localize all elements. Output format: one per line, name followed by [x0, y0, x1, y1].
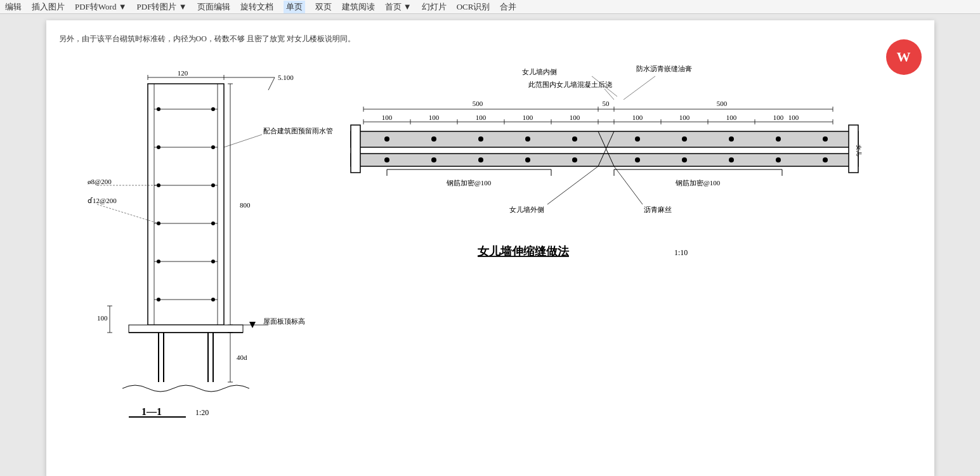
label-waterproof: 防水沥青嵌缝油膏 — [636, 65, 692, 72]
rebar-dot-top — [431, 136, 436, 142]
dim-100-7: 100 — [679, 114, 689, 121]
toolbar-pdf-image[interactable]: PDF转图片 ▼ — [137, 1, 187, 13]
top-text: 另外，由于该平台砌筑时标准砖，内径为OO，砖数不够 且密了放宽 对女儿楼板说明同… — [59, 33, 922, 45]
toolbar-reading-mode[interactable]: 建筑阅读 — [342, 1, 375, 13]
rebar-dot-top — [525, 136, 530, 142]
svg-line-4 — [268, 77, 275, 90]
svg-rect-21 — [129, 325, 243, 333]
rebar-dot-bot — [384, 157, 389, 162]
rebar-dot-top — [776, 136, 781, 142]
toolbar-slideshow[interactable]: 幻灯片 — [422, 1, 447, 13]
dim-100-9: 100 — [773, 114, 783, 121]
rebar-dot-bot — [823, 157, 828, 162]
label-rebar-left: 钢筋加密@100 — [445, 179, 491, 187]
rebar-dot-bot — [525, 157, 530, 162]
scale-right: 1:10 — [674, 248, 688, 257]
dim-500-left: 500 — [472, 100, 483, 107]
drawing-title-right: 女儿墙伸缩缝做法 — [477, 245, 570, 258]
label-rebar-right: 钢筋加密@100 — [674, 179, 720, 187]
rebar-dot-bot — [431, 157, 436, 162]
label-elevation: 屋面板顶标高 — [263, 317, 305, 325]
dim-100-10: 100 — [788, 114, 799, 121]
label-inner: 女儿墙内侧 — [522, 68, 557, 76]
toolbar-merge[interactable]: 合并 — [500, 1, 516, 13]
toolbar: 编辑 插入图片 PDF转Word ▼ PDF转图片 ▼ 页面编辑 旋转文档 单页… — [0, 0, 980, 14]
label-rebar1: ø8@200 — [88, 178, 112, 185]
document-page: 另外，由于该平台砌筑时标准砖，内径为OO，砖数不够 且密了放宽 对女儿楼板说明同… — [46, 20, 934, 476]
rebar-dot-top — [823, 136, 828, 142]
toolbar-double-page[interactable]: 双页 — [315, 1, 332, 13]
toolbar-home[interactable]: 首页 ▼ — [385, 1, 412, 13]
svg-line-66 — [547, 166, 598, 204]
dim-100-8: 100 — [726, 114, 736, 121]
label-rebar2: ɗ12@200 — [88, 197, 117, 204]
svg-rect-58 — [351, 125, 360, 173]
svg-line-19 — [224, 135, 262, 147]
right-drawing: 女儿墙内侧 防水沥青嵌缝油膏 此范围内女儿墙混凝土后浇 500 50 500 — [351, 58, 871, 426]
dim-100-left: 100 — [97, 314, 108, 322]
toolbar-page-edit[interactable]: 页面编辑 — [197, 1, 230, 13]
dim-5100: 5.100 — [278, 74, 294, 81]
dim-100-4: 100 — [522, 114, 533, 121]
rebar-dot-bot — [729, 157, 734, 162]
dim-40d: 40d — [237, 354, 247, 361]
dim-100-2: 100 — [428, 114, 439, 121]
scale-left: 1:20 — [195, 408, 209, 417]
rebar-dot-top — [682, 136, 687, 142]
drawing-title-left: 1—1 — [141, 406, 162, 417]
float-button[interactable]: W — [886, 39, 922, 75]
dim-120: 120 — [177, 69, 188, 77]
rebar-dot-bot — [776, 157, 781, 162]
rebar-dot-top — [572, 136, 577, 142]
svg-rect-5 — [148, 84, 224, 325]
break-symbol — [122, 385, 249, 392]
rebar-dot-top — [729, 136, 734, 142]
dim-100-3: 100 — [475, 114, 486, 121]
toolbar-pdf-word[interactable]: PDF转Word ▼ — [75, 1, 127, 13]
label-pipe: 配合建筑图预留雨水管 — [263, 127, 333, 135]
toolbar-ocr[interactable]: OCR识别 — [457, 1, 490, 13]
toolbar-edit[interactable]: 编辑 — [5, 1, 22, 13]
toolbar-single-page[interactable]: 单页 — [284, 1, 305, 13]
dim-100-1: 100 — [381, 114, 392, 121]
dim-100-6: 100 — [632, 114, 643, 121]
dim-100-5: 100 — [569, 114, 580, 121]
rebar-dot-bot — [635, 157, 640, 162]
rebar-dot-bot — [572, 157, 577, 162]
float-button-icon: W — [897, 49, 911, 65]
dim-50: 50 — [602, 100, 610, 107]
svg-line-67 — [614, 166, 643, 204]
rebar-dot-bot — [478, 157, 483, 162]
label-asphalt: 沥青麻丝 — [644, 206, 672, 213]
label-range: 此范围内女儿墙混凝土后浇 — [528, 81, 612, 88]
dim-500-right: 500 — [716, 100, 727, 107]
content-area: 另外，由于该平台砌筑时标准砖，内径为OO，砖数不够 且密了放宽 对女儿楼板说明同… — [0, 14, 980, 476]
svg-line-36 — [604, 89, 614, 100]
svg-rect-55 — [351, 154, 858, 166]
rebar-dot-top — [478, 136, 483, 142]
label-outer: 女儿墙外侧 — [509, 206, 544, 213]
rebar-dot-bot — [682, 157, 687, 162]
right-label: 女儿 — [856, 145, 862, 156]
rebar-dot-top — [384, 136, 389, 142]
svg-line-35 — [624, 76, 655, 100]
rebar-dot-top — [635, 136, 640, 142]
dim-800: 800 — [240, 201, 251, 209]
toolbar-rotate[interactable]: 旋转文档 — [240, 1, 273, 13]
toolbar-insert-image[interactable]: 插入图片 — [32, 1, 65, 13]
left-drawing: 120 5.100 — [84, 58, 306, 426]
